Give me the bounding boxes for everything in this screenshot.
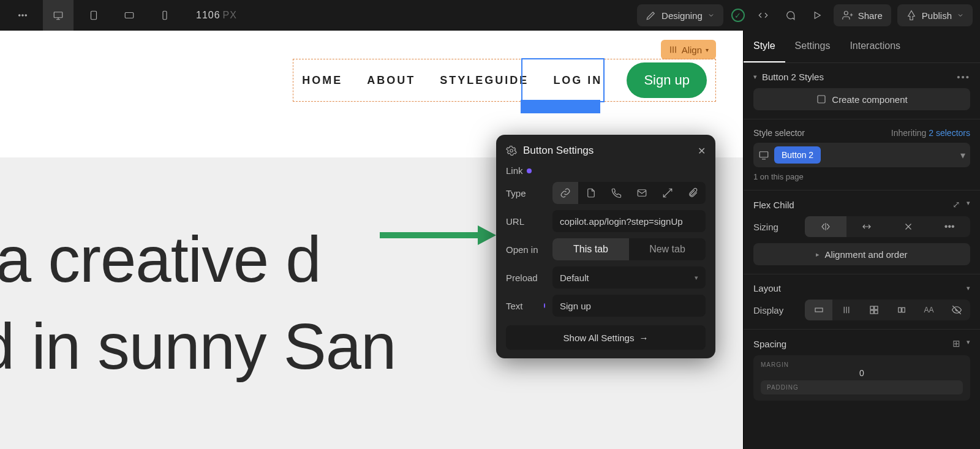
alignment-order-button[interactable]: ▸ Alignment and order (753, 243, 970, 265)
link-type-page-icon[interactable] (578, 182, 604, 204)
viewport-width-readout: 1106PX (196, 10, 237, 21)
expand-icon[interactable]: ⤢ (952, 199, 960, 210)
inheriting-link[interactable]: Inheriting 2 selectors (891, 128, 970, 138)
svg-rect-4 (91, 11, 97, 20)
link-type-url-icon[interactable] (552, 182, 578, 204)
comment-icon[interactable] (780, 0, 801, 31)
link-type-section-icon[interactable] (655, 182, 680, 204)
margin-top-value[interactable]: 0 (761, 368, 963, 378)
tab-style[interactable]: Style (744, 31, 785, 62)
chevron-down-icon[interactable]: ▾ (753, 73, 757, 81)
svg-rect-6 (163, 11, 167, 20)
sizing-label: Sizing (753, 222, 796, 232)
more-icon[interactable]: ••• (957, 72, 970, 82)
tab-settings[interactable]: Settings (785, 31, 840, 62)
nav-about[interactable]: ABOUT (367, 74, 415, 87)
display-block-icon[interactable] (805, 300, 832, 320)
link-type-segmented (552, 182, 706, 204)
mode-switcher[interactable]: Designing (637, 4, 723, 26)
svg-rect-19 (902, 308, 905, 312)
url-input[interactable] (552, 210, 706, 232)
display-none-icon[interactable] (943, 300, 970, 320)
top-toolbar: 1106PX Designing ✓ Share Publish (0, 0, 980, 31)
preload-select[interactable]: Default ▾ (552, 266, 706, 289)
show-all-settings-button[interactable]: Show All Settings → (506, 325, 706, 350)
play-icon[interactable] (807, 0, 827, 31)
url-label: URL (506, 216, 545, 227)
close-icon[interactable]: ✕ (698, 145, 706, 157)
svg-point-9 (510, 149, 513, 153)
annotation-arrow (380, 223, 496, 247)
text-input[interactable] (552, 295, 706, 317)
type-label: Type (506, 188, 545, 198)
svg-rect-5 (125, 13, 134, 18)
modified-dot-icon (544, 303, 545, 308)
chevron-down-icon[interactable]: ▾ (960, 149, 965, 161)
display-grid-icon[interactable] (860, 300, 888, 320)
display-segmented: AA (805, 300, 970, 320)
breakpoint-mobile-icon[interactable] (149, 0, 180, 31)
menu-more-icon[interactable] (7, 0, 38, 31)
preload-label: Preload (506, 273, 545, 283)
link-type-attachment-icon[interactable] (680, 182, 706, 204)
nav-home[interactable]: HOME (302, 74, 342, 87)
code-icon[interactable] (753, 0, 774, 31)
spacing-link-icon[interactable]: ⊞ (952, 338, 960, 349)
breakpoint-tablet-landscape-icon[interactable] (114, 0, 145, 31)
margin-box[interactable]: MARGIN 0 PADDING (753, 355, 970, 401)
popover-title: Button Settings (523, 145, 594, 157)
openin-segmented: This tab New tab (552, 238, 706, 260)
align-tool-pill[interactable]: Align ▾ (661, 40, 716, 59)
text-label: Text (506, 301, 545, 311)
sizing-more-icon[interactable]: ••• (929, 216, 971, 237)
display-inlineblock-icon[interactable] (888, 300, 915, 320)
selector-chipbar[interactable]: Button 2 ▾ (753, 143, 970, 167)
link-type-email-icon[interactable] (629, 182, 655, 204)
svg-rect-16 (870, 311, 873, 314)
svg-point-1 (22, 15, 23, 16)
padding-box[interactable]: PADDING (761, 380, 963, 394)
publish-button[interactable]: Publish (897, 4, 973, 26)
svg-rect-13 (815, 308, 823, 312)
svg-rect-11 (818, 96, 825, 103)
svg-marker-8 (478, 225, 496, 245)
openin-this-tab[interactable]: This tab (552, 238, 629, 260)
chevron-down-icon[interactable]: ▾ (967, 284, 970, 292)
display-inline-icon[interactable]: AA (915, 300, 943, 320)
svg-point-2 (25, 15, 26, 16)
create-component-button[interactable]: Create component (753, 88, 970, 110)
selection-handle[interactable] (521, 100, 600, 113)
sizing-shrink-icon[interactable] (805, 216, 846, 237)
sizing-grow-icon[interactable] (846, 216, 888, 237)
svg-rect-10 (638, 190, 646, 197)
display-flex-icon[interactable] (832, 300, 860, 320)
breakpoint-tablet-icon[interactable] (78, 0, 109, 31)
modified-dot-icon (527, 168, 532, 173)
tab-interactions[interactable]: Interactions (840, 31, 910, 62)
svg-rect-17 (874, 311, 877, 314)
sizing-segmented: ••• (805, 216, 970, 237)
on-page-count: 1 on this page (753, 172, 970, 181)
selector-chip[interactable]: Button 2 (774, 146, 821, 164)
chevron-down-icon[interactable]: ▾ (967, 199, 970, 210)
breakpoint-desktop-icon[interactable] (43, 0, 74, 31)
layout-title: Layout (753, 283, 781, 293)
openin-label: Open in (506, 244, 545, 255)
nav-signup-button[interactable]: Sign up (627, 62, 707, 98)
sizing-none-icon[interactable] (888, 216, 929, 237)
svg-rect-3 (54, 12, 62, 18)
style-selector-label: Style selector (753, 128, 805, 138)
svg-rect-18 (898, 308, 901, 312)
flex-child-title: Flex Child (753, 200, 794, 210)
share-button[interactable]: Share (834, 4, 891, 26)
link-type-phone-icon[interactable] (603, 182, 629, 204)
button-settings-popover: Button Settings ✕ Link Type URL (496, 135, 715, 358)
status-ok-icon: ✓ (729, 7, 747, 24)
nav-login[interactable]: LOG IN (553, 74, 602, 87)
margin-label: MARGIN (761, 361, 963, 368)
hero-text: re! I’m a creative d r based in sunny Sa… (0, 216, 396, 390)
nav-styleguide[interactable]: STYLEGUIDE (440, 74, 529, 87)
openin-new-tab[interactable]: New tab (629, 238, 706, 260)
chevron-down-icon[interactable]: ▾ (967, 338, 970, 349)
design-canvas[interactable]: Align ▾ HOME ABOUT STYLEGUIDE LOG IN Sig… (0, 31, 743, 449)
